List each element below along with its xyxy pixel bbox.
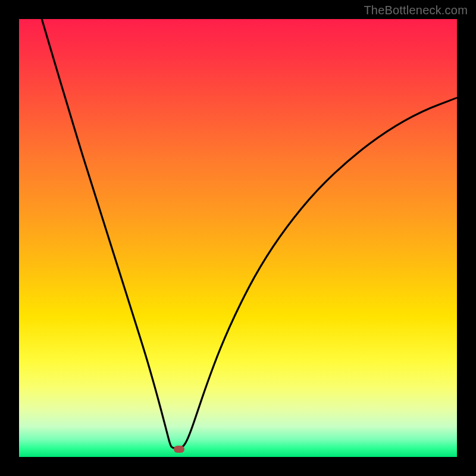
watermark-text: TheBottleneck.com <box>364 4 468 17</box>
optimum-marker <box>174 446 184 453</box>
bottleneck-curve <box>19 19 457 457</box>
curve-path <box>42 19 457 448</box>
chart-frame: TheBottleneck.com <box>0 0 476 476</box>
plot-area <box>19 19 457 457</box>
